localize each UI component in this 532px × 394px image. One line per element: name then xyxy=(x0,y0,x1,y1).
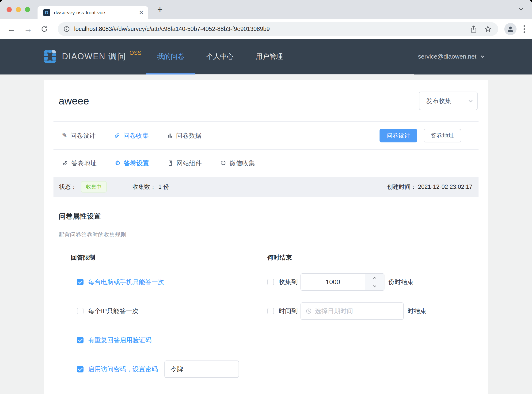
pencil-icon: ✎ xyxy=(62,132,67,139)
card-header: aweee 发布收集 xyxy=(53,80,479,121)
chart-icon xyxy=(167,133,173,139)
limit-row-ip-once: 每个IP只能答一次 xyxy=(71,296,262,326)
reload-button[interactable] xyxy=(41,26,48,33)
answer-limit-heading: 回答限制 xyxy=(71,254,262,268)
nav-item-personal-center[interactable]: 个人中心 xyxy=(195,39,245,74)
address-bar[interactable]: localhost:8083/#/dw/survey/c/attr/c98fa1… xyxy=(58,22,498,36)
browser-tab[interactable]: D dwsurvey-oss-front-vue ✕ xyxy=(37,6,148,19)
diaowen-logo-icon[interactable] xyxy=(44,50,56,63)
tab-survey-collect[interactable]: 问卷收集 xyxy=(114,131,149,140)
tab-answer-settings[interactable]: ⚙ 答卷设置 xyxy=(115,159,149,167)
chevron-down-icon xyxy=(373,284,376,287)
tab-wechat-collect[interactable]: 微信收集 xyxy=(220,159,255,167)
collect-count-value: 1 份 xyxy=(158,183,169,191)
secondary-tab-row: 答卷地址 ⚙ 答卷设置 网站组件 微信收集 xyxy=(53,150,479,177)
when-to-end-column: 何时结束 收集到 份时结束 xyxy=(262,254,479,384)
limit-row-password: 启用访问密码，设置密码 xyxy=(71,355,262,384)
created-label: 创建时间： xyxy=(387,183,416,190)
end-time-input[interactable] xyxy=(315,308,399,315)
brand-badge: OSS xyxy=(129,50,141,56)
nav-item-my-surveys[interactable]: 我的问卷 xyxy=(146,39,195,74)
profile-avatar[interactable] xyxy=(504,23,516,35)
end-count-stepper xyxy=(300,273,384,291)
window-controls xyxy=(7,7,30,12)
tab-survey-data[interactable]: 问卷数据 xyxy=(167,131,202,140)
bookmark-star-icon[interactable] xyxy=(484,25,492,33)
checkbox-label[interactable]: 每台电脑或手机只能答一次 xyxy=(88,278,164,286)
url-path: /#/dw/survey/c/attr/c98fa140-50b7-4052-8… xyxy=(112,26,270,32)
end-count-input[interactable] xyxy=(301,274,365,290)
end-row-count: 收集到 份时结束 xyxy=(262,268,479,296)
tab-label: 答卷设置 xyxy=(124,159,149,167)
back-button[interactable]: ← xyxy=(7,25,16,33)
when-to-end-heading: 何时结束 xyxy=(262,254,479,268)
user-chevron-down-icon xyxy=(481,54,485,58)
tab-title: dwsurvey-oss-front-vue xyxy=(54,10,139,16)
collect-count-label: 收集数： xyxy=(133,183,156,191)
close-window-button[interactable] xyxy=(7,7,12,12)
publish-collect-value: 发布收集 xyxy=(426,97,469,105)
browser-menu-button[interactable] xyxy=(524,25,525,33)
tag-icon xyxy=(167,160,173,166)
tab-survey-design[interactable]: ✎ 问卷设计 xyxy=(62,131,96,140)
checkbox-ip-once[interactable] xyxy=(77,308,84,314)
checkbox-label[interactable]: 有重复回答启用验证码 xyxy=(88,336,152,344)
checkbox-captcha[interactable] xyxy=(77,337,84,343)
page-info-icon[interactable] xyxy=(63,26,70,32)
new-tab-button[interactable]: + xyxy=(153,3,166,16)
checkbox-label[interactable]: 每个IP只能答一次 xyxy=(88,307,139,315)
end-time-suffix: 时结束 xyxy=(407,307,426,315)
survey-title: aweee xyxy=(59,95,89,107)
tab-close-icon[interactable]: ✕ xyxy=(139,10,144,16)
link-icon xyxy=(62,160,68,166)
nav-active-underline xyxy=(146,73,195,74)
checkbox-end-by-count[interactable] xyxy=(267,279,274,285)
password-input[interactable] xyxy=(165,361,239,378)
brand-name[interactable]: DIAOWEN 调问 xyxy=(62,51,126,62)
nav-item-user-management[interactable]: 用户管理 xyxy=(245,39,294,74)
tab-strip-chevron-down-icon[interactable] xyxy=(519,7,525,12)
checkbox-end-by-time[interactable] xyxy=(267,308,274,314)
reload-icon xyxy=(41,26,48,33)
survey-card: aweee 发布收集 ✎ 问卷设计 问卷收集 xyxy=(44,80,488,394)
end-time-picker[interactable] xyxy=(300,302,404,320)
tab-answer-url[interactable]: 答卷地址 xyxy=(62,159,97,167)
page-background: aweee 发布收集 ✎ 问卷设计 问卷收集 xyxy=(0,80,532,394)
limit-row-device-once: 每台电脑或手机只能答一次 xyxy=(71,268,262,296)
settings-title: 问卷属性设置 xyxy=(59,212,479,221)
checkbox-device-once[interactable] xyxy=(77,279,84,285)
zoom-window-button[interactable] xyxy=(25,7,30,12)
url-host: localhost:8083 xyxy=(74,26,112,32)
publish-collect-select[interactable]: 发布收集 xyxy=(419,92,478,110)
user-menu[interactable]: service@diaowen.net xyxy=(418,53,483,60)
created-value: 2021-12-02 23:02:17 xyxy=(418,183,472,190)
tab-label: 网站组件 xyxy=(176,159,202,167)
main-nav: 我的问卷 个人中心 用户管理 xyxy=(146,39,294,74)
url-text[interactable]: localhost:8083/#/dw/survey/c/attr/c98fa1… xyxy=(74,26,470,32)
tab-site-widget[interactable]: 网站组件 xyxy=(167,159,202,167)
answer-url-button[interactable]: 答卷地址 xyxy=(424,129,461,142)
end-count-suffix: 份时结束 xyxy=(388,278,414,286)
forward-button[interactable]: → xyxy=(24,25,32,33)
share-icon[interactable] xyxy=(470,25,477,33)
stepper-up-button[interactable] xyxy=(365,274,384,282)
tab-label: 微信收集 xyxy=(229,159,255,167)
end-row-time: 时间到 时结束 xyxy=(262,296,479,326)
minimize-window-button[interactable] xyxy=(16,7,21,12)
select-chevron-down-icon xyxy=(469,98,473,102)
chevron-up-icon xyxy=(373,277,376,280)
link-icon xyxy=(114,132,120,139)
answer-limit-column: 回答限制 每台电脑或手机只能答一次 每个IP只能答一次 xyxy=(71,254,262,384)
status-label: 状态： xyxy=(59,183,77,191)
end-count-label: 收集到 xyxy=(279,278,298,286)
checkbox-label[interactable]: 启用访问密码，设置密码 xyxy=(88,365,158,373)
browser-toolbar: ← → localhost:8083/#/dw/survey/c/attr/c9… xyxy=(0,19,532,39)
settings-form: 回答限制 每台电脑或手机只能答一次 每个IP只能答一次 xyxy=(53,254,479,384)
survey-design-button[interactable]: 问卷设计 xyxy=(379,129,417,142)
checkbox-password[interactable] xyxy=(77,366,84,373)
gear-icon: ⚙ xyxy=(115,160,121,166)
stepper-down-button[interactable] xyxy=(365,282,384,290)
tab-strip: D dwsurvey-oss-front-vue ✕ + xyxy=(0,0,532,19)
settings-subtitle: 配置问卷答卷时的收集规则 xyxy=(59,231,479,238)
limit-row-captcha: 有重复回答启用验证码 xyxy=(71,326,262,355)
